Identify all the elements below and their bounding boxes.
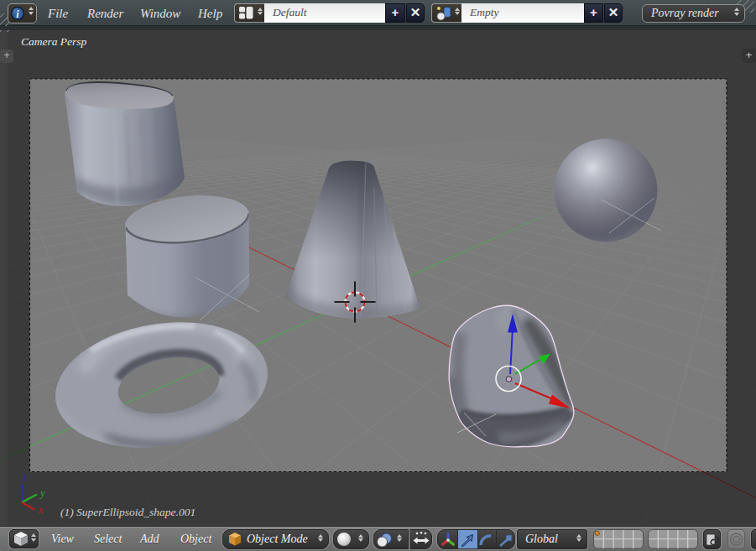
svg-text:z: z	[22, 470, 27, 483]
svg-text:i: i	[16, 8, 19, 19]
svg-text:x: x	[38, 503, 44, 516]
svg-text:y: y	[39, 486, 45, 499]
